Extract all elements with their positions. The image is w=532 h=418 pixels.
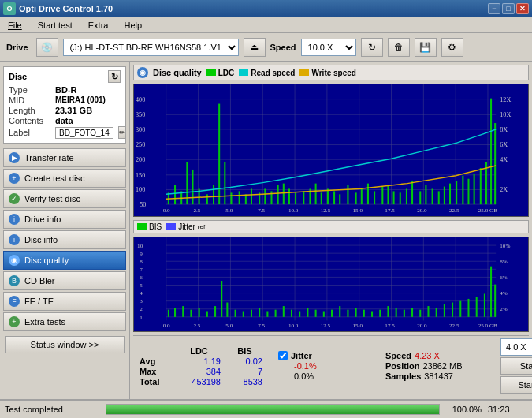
top-chart-svg: 400 350 300 250 200 150 100 50 12X 10X 8… [134,84,528,216]
svg-text:10X: 10X [500,111,511,118]
menu-start-test[interactable]: Start test [33,19,77,32]
sidebar-item-disc-quality[interactable]: ◉ Disc quality [3,251,126,270]
svg-text:7.5: 7.5 [258,207,265,214]
svg-rect-167 [331,309,333,316]
cd-bler-label: CD Bler [24,276,55,286]
svg-rect-97 [494,123,496,204]
max-bis: 7 [227,367,262,376]
sidebar-item-transfer-rate[interactable]: ▶ Transfer rate [3,148,126,167]
status-window-button[interactable]: Status window >> [5,336,125,353]
max-jitter: 0.0% [294,371,314,381]
sidebar-item-fe-te[interactable]: F FE / TE [3,292,126,311]
svg-rect-160 [275,309,277,316]
stats-bar: LDC BIS Avg 1.19 0.02 Max 384 7 Total 45… [133,335,529,396]
svg-rect-174 [387,306,389,317]
sidebar-item-extra-tests[interactable]: + Extra tests [3,312,126,331]
svg-rect-186 [484,293,485,316]
svg-rect-181 [444,304,445,317]
svg-rect-90 [456,181,457,204]
svg-rect-52 [213,185,214,205]
label-key: Label [9,128,52,137]
svg-rect-169 [347,309,348,316]
svg-rect-71 [333,191,335,204]
clear-button[interactable]: 🗑 [388,38,410,57]
type-key: Type [9,85,52,95]
speed-select[interactable]: 10.0 X [301,39,356,56]
sidebar-item-drive-info[interactable]: i Drive info [3,210,126,229]
drive-select[interactable]: (J:) HL-DT-ST BD-RE WH16NS58 1.V1 [63,39,239,56]
jitter-legend-label: Jitter [178,222,195,231]
create-test-disc-label: Create test disc [24,174,84,183]
total-ldc: 453198 [177,377,221,386]
eject-button[interactable]: ⏏ [244,38,266,57]
maximize-button[interactable]: □ [502,3,515,14]
contents-value: data [55,116,73,125]
sidebar-item-verify-test-disc[interactable]: ✓ Verify test disc [3,189,126,208]
refresh-button[interactable]: ↻ [361,38,383,57]
svg-rect-180 [436,308,437,317]
svg-rect-76 [367,184,369,204]
sidebar-item-disc-info[interactable]: i Disc info [3,230,126,249]
svg-rect-177 [411,308,413,317]
drive-info-icon: i [9,214,20,225]
start-part-button[interactable]: Start part [500,376,532,394]
svg-text:300: 300 [136,126,145,133]
svg-text:17.5: 17.5 [385,207,395,214]
svg-text:7.5: 7.5 [258,323,266,328]
verify-test-disc-label: Verify test disc [24,194,80,203]
speed-label: Speed [270,43,296,52]
svg-text:400: 400 [136,96,145,103]
top-chart: 400 350 300 250 200 150 100 50 12X 10X 8… [133,84,529,217]
svg-text:12.5: 12.5 [321,207,331,214]
svg-rect-57 [245,194,247,204]
svg-rect-150 [199,308,200,317]
settings-button[interactable]: ⚙ [441,38,463,57]
svg-rect-173 [379,309,381,316]
read-speed-legend-color [239,69,248,76]
samples-label: Samples [385,371,421,381]
chart-icon: ◉ [137,67,148,78]
svg-rect-179 [427,306,429,317]
svg-rect-66 [303,191,304,204]
drive-icon-btn[interactable]: 💿 [36,38,58,57]
svg-text:5.0: 5.0 [225,323,233,328]
jitter-checkbox[interactable] [278,351,288,360]
menu-help[interactable]: Help [119,19,147,32]
total-bis: 8538 [227,377,262,386]
svg-rect-94 [480,168,482,204]
close-button[interactable]: ✕ [516,3,529,14]
ldc-legend-label: LDC [218,69,235,77]
svg-rect-72 [339,194,340,204]
svg-text:4X: 4X [500,156,508,163]
drive-label: Drive [6,43,28,52]
svg-rect-161 [283,306,285,317]
menu-file[interactable]: File [3,19,27,32]
test-speed-select[interactable]: 4.0 X [500,338,532,356]
sidebar: Disc ↻ Type BD-R MID MEIRA1 (001) Length… [0,62,130,399]
start-full-button[interactable]: Start full [500,357,532,375]
svg-rect-86 [432,188,433,204]
minimize-button[interactable]: − [488,3,500,14]
label-edit-icon[interactable]: ✏ [118,126,126,139]
svg-rect-60 [264,188,266,204]
transfer-rate-label: Transfer rate [24,153,74,162]
disc-refresh-icon[interactable]: ↻ [108,70,121,83]
sidebar-item-create-test-disc[interactable]: + Create test disc [3,169,126,188]
mid-key: MID [9,95,52,105]
svg-text:15.0: 15.0 [353,207,363,214]
save-button[interactable]: 💾 [415,38,437,57]
main-content: Disc ↻ Type BD-R MID MEIRA1 (001) Length… [0,62,532,399]
svg-rect-81 [400,192,401,204]
label-value: BD_FOTO_14 [55,127,113,139]
svg-text:1: 1 [140,315,143,320]
bis-col-header: BIS [227,346,262,356]
speed-stat-val: 4.23 X [415,351,440,360]
svg-text:25.0 GB: 25.0 GB [478,207,498,214]
svg-text:22.5: 22.5 [449,323,459,328]
sidebar-item-cd-bler[interactable]: B CD Bler [3,271,126,290]
svg-rect-152 [214,306,216,317]
menu-extra[interactable]: Extra [84,19,113,32]
svg-rect-146 [168,309,169,316]
svg-rect-88 [444,187,445,205]
svg-text:2X: 2X [500,187,508,194]
